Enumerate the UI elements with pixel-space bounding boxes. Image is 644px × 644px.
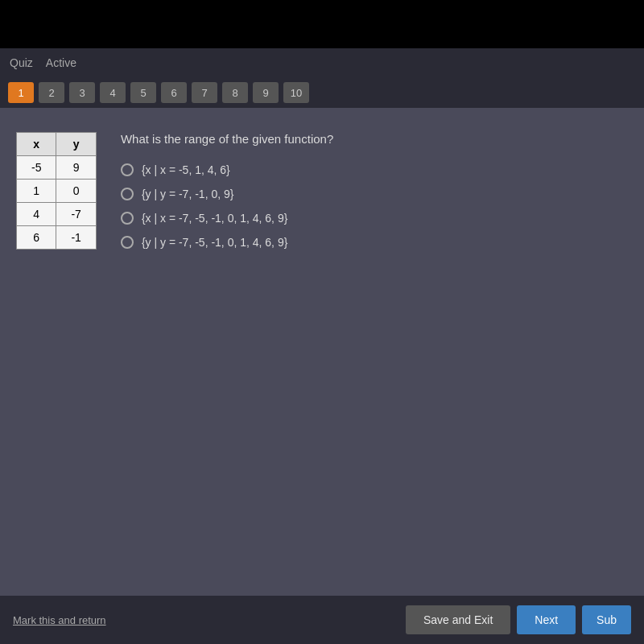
option-c[interactable]: {x | x = -7, -5, -1, 0, 1, 4, 6, 9}: [121, 212, 628, 225]
save-exit-button[interactable]: Save and Exit: [406, 605, 510, 634]
tab-9[interactable]: 9: [253, 82, 279, 103]
cell-x-0: -5: [17, 156, 56, 180]
table-row: 10: [17, 180, 97, 203]
bottom-buttons: Save and Exit Next Sub: [406, 605, 631, 634]
tab-8[interactable]: 8: [222, 82, 248, 103]
table-section: x y -59104-76-1: [16, 132, 97, 572]
table-row: 6-1: [17, 226, 97, 250]
function-table: x y -59104-76-1: [16, 132, 97, 250]
table-row: -59: [17, 156, 97, 180]
tab-10[interactable]: 10: [283, 82, 309, 103]
cell-y-0: 9: [56, 156, 96, 180]
tab-6[interactable]: 6: [161, 82, 187, 103]
submit-button[interactable]: Sub: [582, 605, 631, 634]
cell-y-1: 0: [56, 180, 96, 203]
status-label: Active: [46, 56, 76, 69]
cell-y-2: -7: [56, 203, 96, 226]
cell-y-3: -1: [56, 226, 96, 250]
bottom-bar: Mark this and return Save and Exit Next …: [0, 596, 644, 644]
option-d[interactable]: {y | y = -7, -5, -1, 0, 1, 4, 6, 9}: [121, 236, 628, 249]
radio-b: [121, 188, 134, 200]
option-a[interactable]: {x | x = -5, 1, 4, 6}: [121, 163, 628, 176]
tab-4[interactable]: 4: [100, 82, 126, 103]
cell-x-1: 1: [17, 180, 56, 203]
tab-2[interactable]: 2: [39, 82, 64, 103]
option-label-c: {x | x = -7, -5, -1, 0, 1, 4, 6, 9}: [142, 212, 287, 225]
tab-1[interactable]: 1: [8, 82, 34, 103]
tab-3[interactable]: 3: [69, 82, 95, 103]
cell-x-2: 4: [17, 203, 56, 226]
question-section: What is the range of the given function?…: [121, 132, 628, 572]
tab-5[interactable]: 5: [130, 82, 156, 103]
radio-a: [121, 163, 134, 176]
option-label-b: {y | y = -7, -1, 0, 9}: [142, 188, 234, 200]
tab-7[interactable]: 7: [192, 82, 217, 103]
col-header-y: y: [56, 133, 96, 156]
question-text: What is the range of the given function?: [121, 132, 628, 146]
question-tabs-bar: 12345678910: [0, 77, 644, 108]
quiz-label: Quiz: [10, 56, 33, 69]
black-top-bar: [0, 0, 644, 48]
option-b[interactable]: {y | y = -7, -1, 0, 9}: [121, 188, 628, 200]
option-label-d: {y | y = -7, -5, -1, 0, 1, 4, 6, 9}: [142, 236, 287, 249]
radio-d: [121, 236, 134, 249]
options-container: {x | x = -5, 1, 4, 6}{y | y = -7, -1, 0,…: [121, 163, 628, 249]
next-button[interactable]: Next: [517, 605, 576, 634]
top-bar: Quiz Active: [0, 48, 644, 77]
option-label-a: {x | x = -5, 1, 4, 6}: [142, 163, 230, 176]
radio-c: [121, 212, 134, 225]
cell-x-3: 6: [17, 226, 56, 250]
col-header-x: x: [17, 133, 56, 156]
table-row: 4-7: [17, 203, 97, 226]
mark-return-link[interactable]: Mark this and return: [13, 614, 106, 626]
content-area: x y -59104-76-1 What is the range of the…: [0, 108, 644, 596]
